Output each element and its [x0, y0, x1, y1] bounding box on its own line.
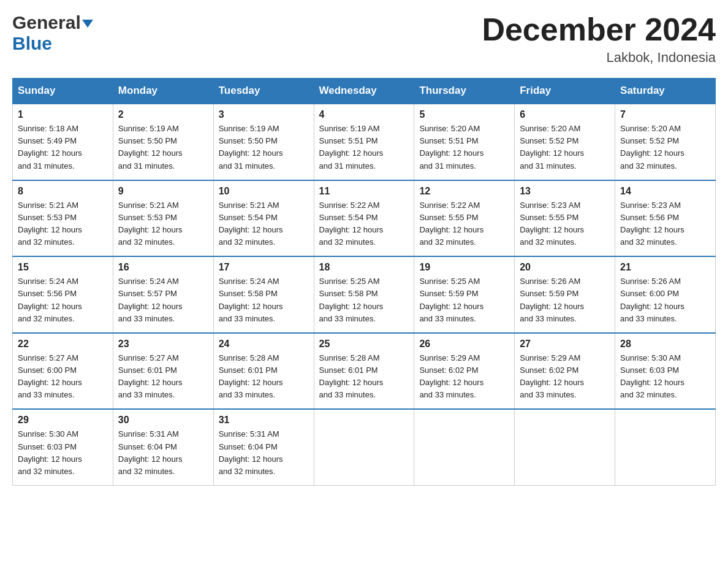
day-number: 7 — [620, 109, 710, 120]
day-number: 17 — [219, 262, 309, 273]
table-row: 1Sunrise: 5:18 AMSunset: 5:49 PMDaylight… — [13, 104, 113, 180]
table-row: 6Sunrise: 5:20 AMSunset: 5:52 PMDaylight… — [515, 104, 615, 180]
table-row: 18Sunrise: 5:25 AMSunset: 5:58 PMDayligh… — [314, 256, 414, 333]
day-number: 22 — [18, 339, 108, 350]
day-number: 5 — [419, 109, 509, 120]
table-row — [314, 409, 414, 485]
calendar-week-row: 8Sunrise: 5:21 AMSunset: 5:53 PMDaylight… — [13, 180, 716, 257]
table-row: 16Sunrise: 5:24 AMSunset: 5:57 PMDayligh… — [113, 256, 213, 333]
day-info: Sunrise: 5:23 AMSunset: 5:55 PMDaylight:… — [520, 199, 610, 249]
table-row: 28Sunrise: 5:30 AMSunset: 6:03 PMDayligh… — [615, 333, 716, 410]
day-info: Sunrise: 5:27 AMSunset: 6:00 PMDaylight:… — [18, 352, 108, 402]
day-info: Sunrise: 5:24 AMSunset: 5:57 PMDaylight:… — [118, 275, 208, 325]
table-row: 26Sunrise: 5:29 AMSunset: 6:02 PMDayligh… — [414, 333, 515, 410]
calendar-week-row: 15Sunrise: 5:24 AMSunset: 5:56 PMDayligh… — [13, 256, 716, 333]
col-friday: Friday — [515, 79, 615, 104]
day-info: Sunrise: 5:25 AMSunset: 5:59 PMDaylight:… — [419, 275, 509, 325]
table-row: 30Sunrise: 5:31 AMSunset: 6:04 PMDayligh… — [113, 409, 213, 485]
table-row: 8Sunrise: 5:21 AMSunset: 5:53 PMDaylight… — [13, 180, 113, 257]
col-monday: Monday — [113, 79, 213, 104]
table-row: 23Sunrise: 5:27 AMSunset: 6:01 PMDayligh… — [113, 333, 213, 410]
day-number: 15 — [18, 262, 108, 273]
day-info: Sunrise: 5:19 AMSunset: 5:50 PMDaylight:… — [118, 123, 208, 172]
table-row: 12Sunrise: 5:22 AMSunset: 5:55 PMDayligh… — [414, 180, 515, 257]
day-info: Sunrise: 5:30 AMSunset: 6:03 PMDaylight:… — [18, 428, 108, 478]
day-number: 27 — [520, 339, 610, 350]
day-info: Sunrise: 5:24 AMSunset: 5:58 PMDaylight:… — [219, 275, 309, 325]
day-number: 24 — [219, 339, 309, 350]
table-row — [414, 409, 515, 485]
table-row: 2Sunrise: 5:19 AMSunset: 5:50 PMDaylight… — [113, 104, 213, 180]
day-info: Sunrise: 5:22 AMSunset: 5:54 PMDaylight:… — [319, 199, 409, 249]
day-info: Sunrise: 5:20 AMSunset: 5:51 PMDaylight:… — [419, 123, 509, 172]
col-saturday: Saturday — [615, 79, 716, 104]
col-tuesday: Tuesday — [213, 79, 314, 104]
day-number: 1 — [18, 109, 108, 120]
title-block: December 2024 Lakbok, Indonesia — [482, 12, 716, 66]
table-row: 10Sunrise: 5:21 AMSunset: 5:54 PMDayligh… — [213, 180, 314, 257]
table-row — [515, 409, 615, 485]
table-row: 19Sunrise: 5:25 AMSunset: 5:59 PMDayligh… — [414, 256, 515, 333]
day-number: 28 — [620, 339, 710, 350]
table-row: 21Sunrise: 5:26 AMSunset: 6:00 PMDayligh… — [615, 256, 716, 333]
day-number: 4 — [319, 109, 409, 120]
day-info: Sunrise: 5:21 AMSunset: 5:53 PMDaylight:… — [18, 199, 108, 249]
day-info: Sunrise: 5:29 AMSunset: 6:02 PMDaylight:… — [419, 352, 509, 402]
calendar-week-row: 1Sunrise: 5:18 AMSunset: 5:49 PMDaylight… — [13, 104, 716, 180]
day-info: Sunrise: 5:23 AMSunset: 5:56 PMDaylight:… — [620, 199, 710, 249]
logo: General Blue — [12, 12, 93, 54]
day-info: Sunrise: 5:21 AMSunset: 5:53 PMDaylight:… — [118, 199, 208, 249]
table-row: 29Sunrise: 5:30 AMSunset: 6:03 PMDayligh… — [13, 409, 113, 485]
day-number: 9 — [118, 186, 208, 197]
table-row: 15Sunrise: 5:24 AMSunset: 5:56 PMDayligh… — [13, 256, 113, 333]
day-info: Sunrise: 5:26 AMSunset: 5:59 PMDaylight:… — [520, 275, 610, 325]
day-number: 2 — [118, 109, 208, 120]
day-number: 20 — [520, 262, 610, 273]
day-info: Sunrise: 5:24 AMSunset: 5:56 PMDaylight:… — [18, 275, 108, 325]
table-row: 11Sunrise: 5:22 AMSunset: 5:54 PMDayligh… — [314, 180, 414, 257]
day-info: Sunrise: 5:20 AMSunset: 5:52 PMDaylight:… — [520, 123, 610, 172]
table-row: 5Sunrise: 5:20 AMSunset: 5:51 PMDaylight… — [414, 104, 515, 180]
day-number: 19 — [419, 262, 509, 273]
table-row: 4Sunrise: 5:19 AMSunset: 5:51 PMDaylight… — [314, 104, 414, 180]
table-row: 25Sunrise: 5:28 AMSunset: 6:01 PMDayligh… — [314, 333, 414, 410]
day-info: Sunrise: 5:21 AMSunset: 5:54 PMDaylight:… — [219, 199, 309, 249]
table-row: 22Sunrise: 5:27 AMSunset: 6:00 PMDayligh… — [13, 333, 113, 410]
day-info: Sunrise: 5:27 AMSunset: 6:01 PMDaylight:… — [118, 352, 208, 402]
table-row: 7Sunrise: 5:20 AMSunset: 5:52 PMDaylight… — [615, 104, 716, 180]
day-number: 3 — [219, 109, 309, 120]
month-title: December 2024 — [482, 12, 716, 47]
day-number: 31 — [219, 415, 309, 426]
table-row: 31Sunrise: 5:31 AMSunset: 6:04 PMDayligh… — [213, 409, 314, 485]
table-row: 24Sunrise: 5:28 AMSunset: 6:01 PMDayligh… — [213, 333, 314, 410]
logo-triangle-icon — [82, 20, 93, 28]
day-info: Sunrise: 5:22 AMSunset: 5:55 PMDaylight:… — [419, 199, 509, 249]
day-number: 26 — [419, 339, 509, 350]
day-number: 16 — [118, 262, 208, 273]
calendar-header-row: Sunday Monday Tuesday Wednesday Thursday… — [13, 79, 716, 104]
day-info: Sunrise: 5:26 AMSunset: 6:00 PMDaylight:… — [620, 275, 710, 325]
table-row: 17Sunrise: 5:24 AMSunset: 5:58 PMDayligh… — [213, 256, 314, 333]
day-info: Sunrise: 5:29 AMSunset: 6:02 PMDaylight:… — [520, 352, 610, 402]
table-row: 20Sunrise: 5:26 AMSunset: 5:59 PMDayligh… — [515, 256, 615, 333]
logo-general-text: General — [12, 12, 81, 33]
table-row: 14Sunrise: 5:23 AMSunset: 5:56 PMDayligh… — [615, 180, 716, 257]
table-row: 13Sunrise: 5:23 AMSunset: 5:55 PMDayligh… — [515, 180, 615, 257]
day-number: 12 — [419, 186, 509, 197]
table-row — [615, 409, 716, 485]
table-row: 27Sunrise: 5:29 AMSunset: 6:02 PMDayligh… — [515, 333, 615, 410]
col-wednesday: Wednesday — [314, 79, 414, 104]
day-number: 11 — [319, 186, 409, 197]
col-sunday: Sunday — [13, 79, 113, 104]
day-number: 6 — [520, 109, 610, 120]
day-info: Sunrise: 5:31 AMSunset: 6:04 PMDaylight:… — [219, 428, 309, 478]
day-number: 10 — [219, 186, 309, 197]
day-info: Sunrise: 5:18 AMSunset: 5:49 PMDaylight:… — [18, 123, 108, 172]
table-row: 3Sunrise: 5:19 AMSunset: 5:50 PMDaylight… — [213, 104, 314, 180]
day-info: Sunrise: 5:19 AMSunset: 5:51 PMDaylight:… — [319, 123, 409, 172]
day-number: 23 — [118, 339, 208, 350]
calendar-week-row: 29Sunrise: 5:30 AMSunset: 6:03 PMDayligh… — [13, 409, 716, 485]
day-info: Sunrise: 5:25 AMSunset: 5:58 PMDaylight:… — [319, 275, 409, 325]
day-number: 29 — [18, 415, 108, 426]
day-info: Sunrise: 5:30 AMSunset: 6:03 PMDaylight:… — [620, 352, 710, 402]
